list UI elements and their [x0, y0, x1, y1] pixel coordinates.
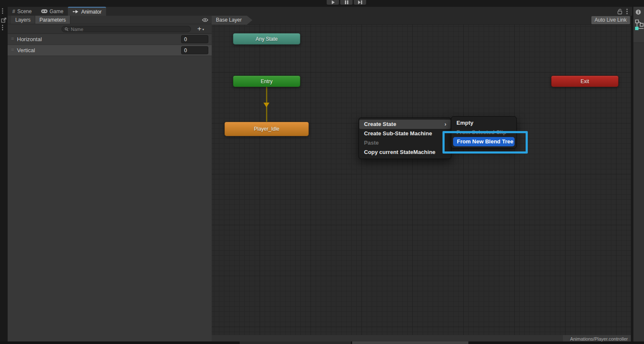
context-menu: Create State › Create Sub-State Machine … [358, 117, 451, 159]
tab-animator[interactable]: Animator [68, 7, 106, 16]
menu-item-empty[interactable]: Empty [451, 118, 516, 128]
breadcrumb-label: Base Layer [216, 17, 242, 23]
kebab-menu-icon[interactable] [2, 8, 3, 14]
left-edge-toolbar [0, 0, 8, 344]
node-label: Any State [255, 36, 277, 42]
step-button[interactable] [354, 0, 366, 5]
menu-item-paste: Paste [359, 138, 451, 148]
submenu-arrow-icon: › [445, 120, 446, 129]
add-parameter-button[interactable]: + ▾ [197, 25, 204, 33]
bottom-strip [0, 341, 644, 344]
layers-parameters-toolbar: Layers Parameters [8, 16, 212, 24]
pop-out-window-icon[interactable] [1, 17, 7, 23]
state-node-exit[interactable]: Exit [551, 76, 619, 87]
node-label: Player_Idle [254, 126, 279, 132]
state-node-player-idle[interactable]: Player_Idle [224, 122, 309, 136]
eye-icon[interactable] [202, 18, 208, 22]
drag-handle-icon[interactable]: = [11, 47, 14, 53]
grid-icon: # [12, 8, 15, 14]
node-label: Exit [580, 78, 589, 84]
menu-item-label: Create State [364, 121, 396, 127]
search-input[interactable] [71, 27, 188, 32]
menu-item-copy-current-statemachine[interactable]: Copy current StateMachine [359, 148, 451, 157]
parameter-row-vertical[interactable]: = Vertical [8, 45, 212, 56]
play-icon [331, 0, 335, 4]
chevron-down-icon: ▾ [202, 28, 204, 31]
top-strip [0, 0, 644, 7]
play-button[interactable] [327, 0, 339, 5]
state-node-entry[interactable]: Entry [233, 76, 300, 87]
kebab-menu-icon[interactable] [2, 25, 3, 31]
menu-item-create-sub-state-machine[interactable]: Create Sub-State Machine [359, 129, 451, 138]
auto-live-link-label: Auto Live Link [595, 17, 627, 23]
search-icon [64, 27, 70, 31]
taskbar-segment [352, 341, 468, 344]
animator-icon [73, 9, 79, 14]
parameter-value-field[interactable] [181, 46, 208, 54]
tab-animator-label: Animator [81, 9, 101, 15]
taskbar-segment [240, 341, 351, 344]
auto-live-link-button[interactable]: Auto Live Link [591, 16, 630, 24]
tab-parameters-label: Parameters [39, 17, 66, 23]
plus-icon: + [197, 25, 202, 33]
search-field[interactable] [62, 26, 191, 32]
right-panel-edge [633, 7, 644, 344]
step-icon [358, 0, 362, 4]
kebab-menu-icon[interactable] [626, 8, 628, 14]
gamepad-icon [41, 9, 48, 13]
tab-layers-label: Layers [15, 17, 31, 23]
tab-game[interactable]: Game [36, 7, 68, 16]
info-icon [636, 9, 641, 15]
menu-item-label: Empty [456, 120, 473, 126]
parameter-value-field[interactable] [181, 35, 208, 43]
parameter-search-toolbar: + ▾ [8, 24, 212, 34]
transition-arrowhead-icon [263, 103, 269, 107]
tab-scene-label: Scene [17, 8, 32, 14]
tabbar-right-controls [617, 7, 632, 16]
right-panel-lower [633, 43, 644, 344]
drag-handle-icon[interactable]: = [11, 36, 14, 42]
tab-parameters[interactable]: Parameters [35, 16, 70, 24]
menu-item-create-state[interactable]: Create State › [359, 120, 451, 129]
parameter-row-horizontal[interactable]: = Horizontal [8, 34, 212, 45]
breadcrumb[interactable]: Base Layer [212, 16, 252, 25]
state-node-any-state[interactable]: Any State [233, 33, 300, 45]
tab-layers[interactable]: Layers [11, 16, 35, 24]
animator-graph-canvas[interactable]: Base Layer Auto Live Link Any State Entr… [212, 16, 631, 343]
menu-item-label: Create Sub-State Machine [364, 130, 432, 137]
parameter-name: Vertical [17, 47, 35, 53]
tab-scene[interactable]: # Scene [8, 7, 36, 16]
window-tabbar: # Scene Game Animator [8, 7, 632, 16]
node-label: Entry [260, 78, 272, 84]
pause-button[interactable] [340, 0, 353, 5]
animator-parameters-panel: Layers Parameters + ▾ = Horizontal = Ver… [8, 16, 212, 341]
grid-background[interactable] [212, 25, 631, 335]
graph-header: Base Layer Auto Live Link [212, 16, 631, 25]
tab-game-label: Game [50, 8, 64, 14]
playbar [327, 0, 366, 5]
menu-item-label: Paste [364, 140, 379, 146]
parameter-name: Horizontal [17, 36, 42, 42]
unlock-icon[interactable] [617, 8, 622, 14]
annotation-highlight-rect [442, 131, 528, 154]
blend-tree-icon [634, 20, 644, 31]
menu-item-label: Copy current StateMachine [364, 149, 435, 155]
pause-icon [345, 0, 348, 4]
